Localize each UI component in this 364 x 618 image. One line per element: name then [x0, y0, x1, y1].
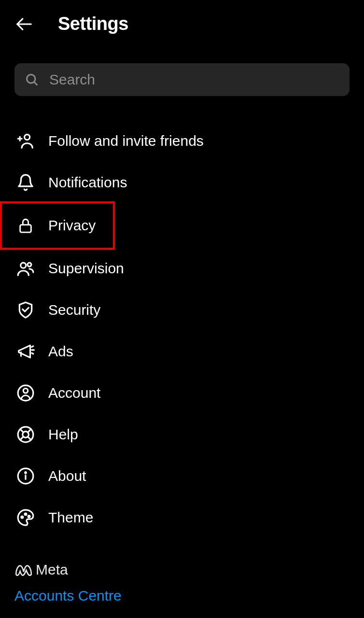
meta-logo-icon	[14, 563, 33, 576]
info-icon	[16, 467, 35, 485]
svg-point-24	[25, 513, 27, 515]
svg-rect-6	[20, 225, 31, 233]
settings-menu: Follow and invite friends Notifications …	[0, 111, 364, 548]
menu-label: Notifications	[48, 174, 127, 191]
svg-point-13	[23, 389, 28, 393]
svg-line-11	[32, 353, 33, 354]
svg-point-22	[25, 472, 27, 474]
page-title: Settings	[58, 14, 128, 34]
menu-label: Supervision	[48, 260, 124, 277]
palette-icon	[16, 508, 35, 527]
menu-item-follow-invite[interactable]: Follow and invite friends	[0, 120, 364, 162]
megaphone-icon	[16, 342, 35, 361]
search-input[interactable]	[49, 71, 339, 88]
menu-item-theme[interactable]: Theme	[0, 497, 364, 538]
menu-item-ads[interactable]: Ads	[0, 331, 364, 372]
svg-point-7	[21, 263, 26, 268]
menu-label: Security	[48, 302, 100, 318]
svg-line-17	[28, 436, 31, 440]
footer: Meta Accounts Centre	[0, 548, 364, 604]
svg-line-2	[34, 82, 37, 85]
shield-check-icon	[16, 301, 35, 319]
svg-line-18	[28, 429, 31, 433]
menu-label: Privacy	[48, 217, 96, 234]
person-add-icon	[16, 132, 35, 150]
search-box[interactable]	[14, 63, 350, 96]
menu-label: Follow and invite friends	[48, 133, 204, 149]
search-container	[14, 63, 350, 96]
menu-item-about[interactable]: About	[0, 455, 364, 497]
svg-point-23	[21, 516, 23, 518]
menu-item-help[interactable]: Help	[0, 414, 364, 455]
bell-icon	[16, 173, 35, 192]
lifebuoy-icon	[16, 425, 35, 444]
menu-item-account[interactable]: Account	[0, 372, 364, 414]
search-icon	[25, 73, 39, 86]
svg-line-19	[20, 436, 24, 440]
svg-line-9	[32, 346, 33, 347]
menu-item-security[interactable]: Security	[0, 289, 364, 331]
menu-item-notifications[interactable]: Notifications	[0, 162, 364, 203]
menu-label: Account	[48, 385, 100, 401]
menu-label: Ads	[48, 343, 73, 360]
lock-icon	[16, 216, 35, 235]
back-button[interactable]	[14, 14, 34, 34]
svg-point-8	[28, 263, 31, 267]
menu-label: Theme	[48, 509, 93, 526]
accounts-centre-link[interactable]: Accounts Centre	[14, 588, 350, 604]
meta-brand-text: Meta	[36, 562, 68, 578]
arrow-left-icon	[15, 15, 33, 33]
people-icon	[16, 259, 35, 278]
svg-point-25	[28, 516, 30, 518]
menu-label: Help	[48, 426, 78, 443]
svg-line-16	[20, 429, 24, 433]
user-circle-icon	[16, 384, 35, 402]
menu-label: About	[48, 468, 86, 484]
menu-item-supervision[interactable]: Supervision	[0, 248, 364, 289]
svg-point-3	[25, 135, 30, 140]
menu-item-privacy[interactable]: Privacy	[0, 201, 115, 250]
meta-brand: Meta	[14, 562, 350, 578]
header: Settings	[0, 0, 364, 44]
